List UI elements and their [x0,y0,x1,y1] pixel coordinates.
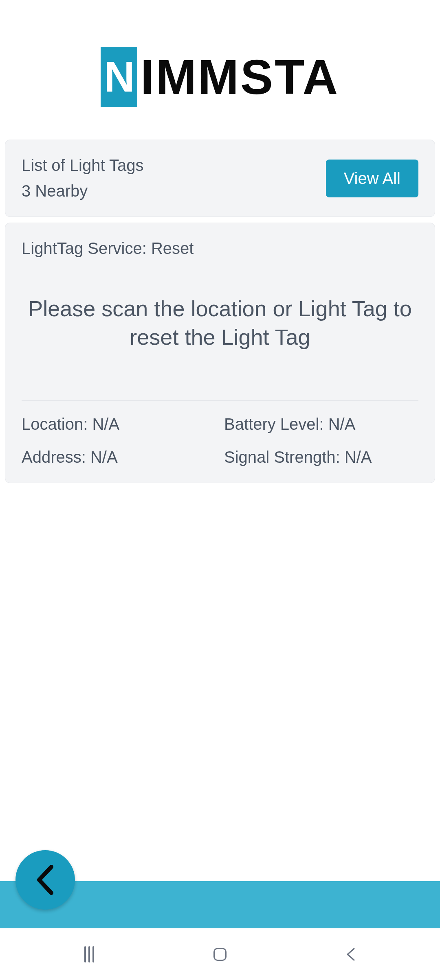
nav-back-button[interactable] [346,947,356,962]
divider [22,400,418,400]
logo-box: N [101,47,137,107]
location-value: Location: N/A [22,415,216,433]
logo-text: IMMSTA [141,49,339,105]
nav-recent-button[interactable] [84,946,94,962]
service-card: LightTag Service: Reset Please scan the … [5,223,435,483]
back-button[interactable] [15,850,75,910]
service-title: LightTag Service: Reset [22,239,418,258]
signal-value: Signal Strength: N/A [224,448,418,466]
nav-recent-line-icon [84,946,86,962]
light-tags-list-card: List of Light Tags 3 Nearby View All [5,140,435,217]
nav-home-button[interactable] [213,948,227,961]
logo-highlighted-letter: N [104,52,134,101]
system-nav-bar [0,928,440,980]
list-info: List of Light Tags 3 Nearby [22,156,143,200]
chevron-left-icon [35,864,55,896]
details-grid: Location: N/A Battery Level: N/A Address… [22,415,418,466]
nav-recent-line-icon [88,946,90,962]
view-all-button[interactable]: View All [326,160,418,197]
battery-value: Battery Level: N/A [224,415,418,433]
address-value: Address: N/A [22,448,216,466]
nearby-count: 3 Nearby [22,182,143,200]
nav-recent-line-icon [92,946,94,962]
list-title: List of Light Tags [22,156,143,175]
instruction-text: Please scan the location or Light Tag to… [22,294,418,351]
logo: N IMMSTA [5,0,435,140]
